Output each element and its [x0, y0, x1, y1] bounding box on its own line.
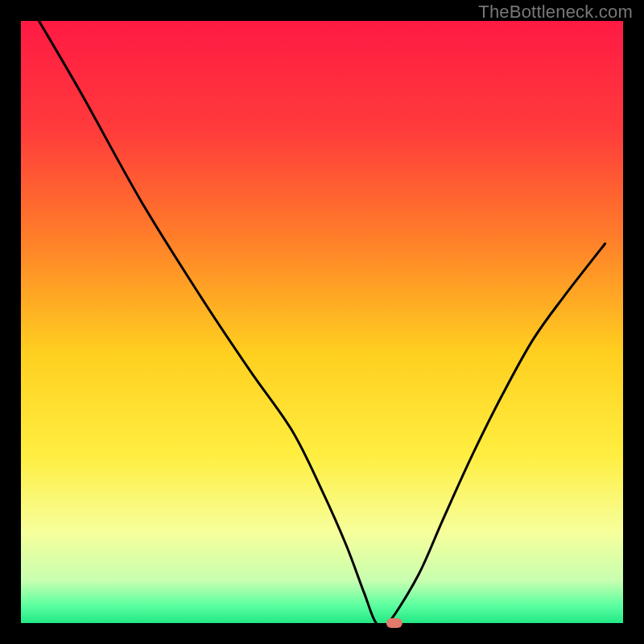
- optimum-marker: [386, 618, 402, 628]
- bottleneck-chart: [0, 0, 644, 644]
- chart-frame: TheBottleneck.com: [0, 0, 644, 644]
- plot-area: [21, 21, 623, 623]
- watermark-text: TheBottleneck.com: [478, 2, 633, 23]
